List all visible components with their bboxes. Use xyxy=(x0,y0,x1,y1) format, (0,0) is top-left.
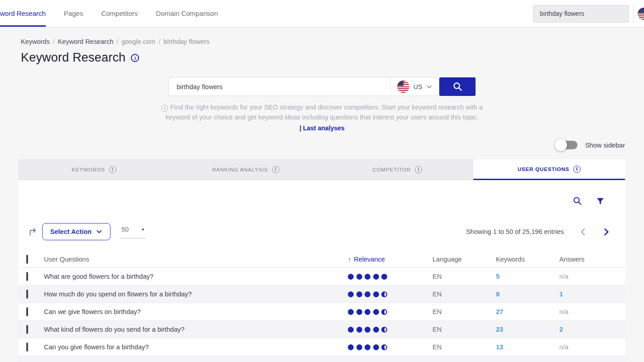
table-row: Can you give flowers for a birthday? EN … xyxy=(18,338,625,356)
keyword-search-input[interactable] xyxy=(169,78,390,95)
question-text: Can you give flowers for a birthday? xyxy=(44,343,348,351)
col-header-user-questions[interactable]: User Questions xyxy=(44,256,348,263)
relevance-dot xyxy=(356,327,362,333)
country-select[interactable]: US xyxy=(390,78,439,95)
top-navigation: word Research Pages Competitors Domain C… xyxy=(0,0,644,27)
relevance-dot xyxy=(348,309,354,315)
breadcrumb-keywords[interactable]: Keywords xyxy=(21,38,50,45)
col-header-relevance[interactable]: ↑ Relevance xyxy=(348,256,433,263)
page-title-row: Keyword Research i xyxy=(21,51,644,65)
table-controls-row: Select Action 50 ▾ Showing 1 to 50 of 25… xyxy=(18,223,625,241)
select-action-button[interactable]: Select Action xyxy=(42,223,111,240)
relevance-dot xyxy=(381,327,387,333)
export-icon[interactable] xyxy=(28,227,38,237)
relevance-dot xyxy=(365,291,370,297)
info-icon[interactable]: i xyxy=(272,166,279,173)
page-size-select[interactable]: 50 ▾ xyxy=(120,225,146,238)
relevance-dot xyxy=(365,344,370,350)
row-checkbox[interactable] xyxy=(26,272,28,281)
col-header-keywords[interactable]: Keywords xyxy=(496,256,559,263)
chevron-down-icon xyxy=(426,84,433,90)
divider xyxy=(634,5,634,23)
language-value: EN xyxy=(433,343,496,351)
breadcrumb-keyword[interactable]: birthday flowers xyxy=(163,38,210,45)
search-button[interactable] xyxy=(439,77,476,96)
search-icon[interactable] xyxy=(572,196,582,206)
relevance-dot xyxy=(365,274,370,280)
relevance-dots xyxy=(348,327,433,333)
row-checkbox[interactable] xyxy=(26,325,28,334)
nav-item-pages[interactable]: Pages xyxy=(64,0,83,27)
relevance-dot xyxy=(348,291,354,297)
question-text: How much do you spend on flowers for a b… xyxy=(44,291,348,298)
relevance-dot xyxy=(365,309,370,315)
info-icon[interactable]: i xyxy=(131,54,139,62)
nav-items: word Research Pages Competitors Domain C… xyxy=(0,0,218,27)
tab-competitor[interactable]: Competitor i xyxy=(322,159,473,180)
show-sidebar-label: Show sidebar xyxy=(585,142,625,149)
relevance-dots xyxy=(348,344,433,350)
col-header-language[interactable]: Language xyxy=(433,256,496,263)
tab-user-questions[interactable]: User Questions i xyxy=(473,159,625,180)
relevance-dot xyxy=(381,291,387,297)
table-header-row: User Questions ↑ Relevance Language Keyw… xyxy=(18,251,625,268)
answers-value[interactable]: 1 xyxy=(559,291,625,298)
relevance-dots xyxy=(348,274,433,280)
next-page-icon[interactable] xyxy=(604,228,609,236)
col-header-answers[interactable]: Answers xyxy=(559,256,625,263)
nav-item-domain-comparison[interactable]: Domain Comparison xyxy=(156,0,218,27)
language-value: EN xyxy=(433,308,496,315)
tab-label: Competitor xyxy=(373,167,411,172)
results-card: Keywords i Ranking Analysis i Competitor… xyxy=(18,159,625,362)
keywords-link[interactable]: 5 xyxy=(496,273,559,280)
answers-value[interactable]: 2 xyxy=(559,326,625,333)
nav-item-competitors[interactable]: Competitors xyxy=(101,0,138,27)
row-checkbox[interactable] xyxy=(26,290,28,299)
table-tools-row xyxy=(18,195,625,206)
relevance-dots xyxy=(348,309,433,315)
filter-icon[interactable] xyxy=(596,197,605,205)
relevance-dot xyxy=(356,309,362,315)
relevance-dot xyxy=(373,291,379,297)
tab-ranking-analysis[interactable]: Ranking Analysis i xyxy=(170,159,322,180)
breadcrumb-keyword-research[interactable]: Keyword Research xyxy=(58,38,114,45)
relevance-dot xyxy=(348,327,354,333)
question-text: Can we give flowers on birthday? xyxy=(44,308,348,315)
relevance-dot xyxy=(373,274,379,280)
relevance-dot xyxy=(356,344,362,350)
keywords-link[interactable]: 27 xyxy=(496,308,559,315)
language-value: EN xyxy=(433,273,496,280)
help-line-2: keyword of your choice and get keyword i… xyxy=(0,112,644,122)
sort-asc-icon: ↑ xyxy=(348,256,351,263)
previous-page-icon[interactable] xyxy=(580,228,586,236)
toggle-knob xyxy=(555,139,567,151)
us-flag-icon xyxy=(397,81,409,93)
keywords-link[interactable]: 13 xyxy=(496,343,559,351)
show-sidebar-toggle[interactable] xyxy=(556,141,577,149)
user-questions-table: User Questions ↑ Relevance Language Keyw… xyxy=(18,251,625,362)
search-icon xyxy=(452,81,463,92)
info-icon[interactable]: i xyxy=(415,166,422,173)
keywords-link[interactable]: 8 xyxy=(496,291,559,298)
last-analyses-link[interactable]: | Last analyses xyxy=(299,124,345,132)
row-checkbox[interactable] xyxy=(26,307,28,316)
tab-label: Keywords xyxy=(72,167,105,172)
row-checkbox[interactable] xyxy=(26,343,28,352)
global-search-input[interactable] xyxy=(533,5,629,23)
breadcrumb-domain[interactable]: google.com xyxy=(121,38,155,45)
select-all-checkbox[interactable] xyxy=(26,255,28,264)
info-icon[interactable]: i xyxy=(109,166,116,173)
breadcrumb: Keywords / Keyword Research / google.com… xyxy=(21,38,644,45)
select-action-label: Select Action xyxy=(50,228,91,235)
relevance-dot xyxy=(348,274,354,280)
topnav-right xyxy=(533,0,644,27)
info-icon[interactable]: i xyxy=(573,166,581,173)
nav-item-keyword-research[interactable]: word Research xyxy=(0,0,46,27)
tab-label: User Questions xyxy=(518,167,569,172)
tab-keywords[interactable]: Keywords i xyxy=(18,159,170,180)
table-row: How much do you spend on flowers for a b… xyxy=(18,286,625,303)
keywords-link[interactable]: 23 xyxy=(496,326,559,333)
question-text: What are good flowers for a birthday? xyxy=(44,273,348,280)
relevance-dot xyxy=(381,309,387,315)
us-flag-icon[interactable] xyxy=(638,8,644,20)
